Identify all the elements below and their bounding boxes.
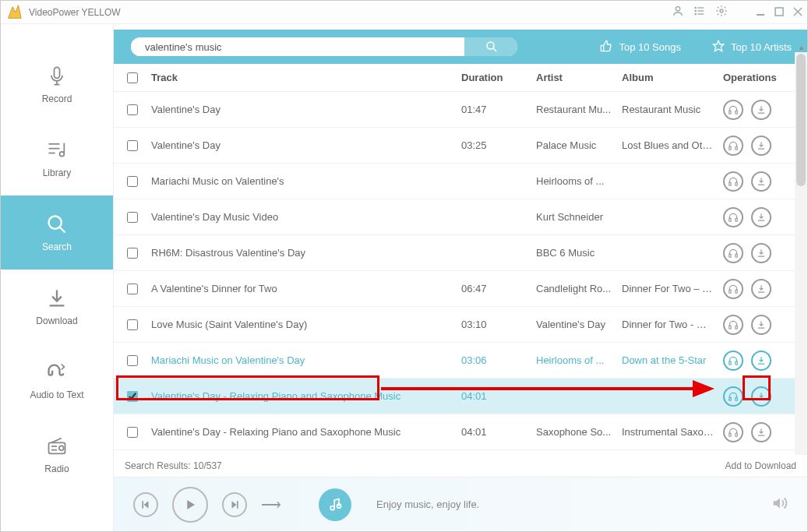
top-artists-label: Top 10 Artists xyxy=(731,41,792,53)
cell-track: Mariachi Music on Valentine's Day xyxy=(151,354,461,366)
cell-track: Valentine's Day xyxy=(151,104,461,115)
cell-artist: Heirlooms of ... xyxy=(536,175,622,187)
row-checkbox[interactable] xyxy=(127,319,138,330)
svg-marker-26 xyxy=(713,41,723,51)
cell-album: Dinner For Two – Be... xyxy=(622,283,723,294)
scroll-thumb[interactable] xyxy=(796,54,806,186)
table-row[interactable]: Valentine's Day - Relaxing Piano and Sax… xyxy=(114,379,807,414)
sidebar-item-radio[interactable]: Radio xyxy=(1,417,113,491)
download-button[interactable] xyxy=(751,207,771,227)
row-checkbox[interactable] xyxy=(127,391,138,402)
svg-rect-30 xyxy=(736,146,737,150)
sidebar-item-download[interactable]: Download xyxy=(1,270,113,344)
svg-point-7 xyxy=(720,9,723,12)
cell-album: Lost Blues and Othe... xyxy=(622,139,723,151)
download-button[interactable] xyxy=(751,136,771,156)
sidebar-item-label: Library xyxy=(43,167,72,178)
listen-button[interactable] xyxy=(723,207,743,227)
row-checkbox[interactable] xyxy=(127,176,138,187)
sidebar-item-record[interactable]: Record xyxy=(1,48,113,122)
sidebar-item-label: Record xyxy=(42,93,72,104)
thumbs-up-icon xyxy=(600,40,612,55)
row-checkbox[interactable] xyxy=(127,284,138,294)
table-row[interactable]: Mariachi Music on Valentine's Day03:06He… xyxy=(114,343,807,379)
download-button[interactable] xyxy=(751,243,771,263)
row-checkbox[interactable] xyxy=(127,427,138,438)
next-button[interactable] xyxy=(222,492,247,517)
svg-rect-46 xyxy=(736,433,737,436)
row-checkbox[interactable] xyxy=(127,212,138,223)
svg-rect-19 xyxy=(49,442,65,453)
download-button[interactable] xyxy=(751,279,771,299)
svg-rect-37 xyxy=(729,290,731,293)
svg-rect-28 xyxy=(736,111,737,114)
play-button[interactable] xyxy=(172,487,208,523)
maximize-button[interactable] xyxy=(774,5,784,19)
prev-button[interactable] xyxy=(133,492,158,517)
status-bar: Search Results: 10/537 Add to Download xyxy=(114,455,807,477)
scrollbar[interactable]: ▴ xyxy=(795,52,807,455)
sidebar-item-search[interactable]: Search xyxy=(1,196,113,270)
add-to-download-link[interactable]: Add to Download xyxy=(725,460,796,471)
volume-icon[interactable] xyxy=(771,495,788,515)
listen-button[interactable] xyxy=(723,243,743,263)
search-button[interactable] xyxy=(464,36,519,58)
close-button[interactable] xyxy=(793,5,803,19)
download-button[interactable] xyxy=(751,351,771,371)
table-row[interactable]: A Valentine's Dinner for Two06:47Candlel… xyxy=(114,271,807,307)
cell-track: Love Music (Saint Valentine's Day) xyxy=(151,319,461,330)
results-table: Track Duration Artist Album Operations V… xyxy=(114,64,807,531)
minimize-button[interactable] xyxy=(756,5,765,19)
list-icon[interactable] xyxy=(693,5,706,20)
download-button[interactable] xyxy=(751,100,771,120)
listen-button[interactable] xyxy=(723,171,743,192)
select-all-checkbox[interactable] xyxy=(127,72,138,83)
download-button[interactable] xyxy=(751,422,771,442)
table-row[interactable]: Love Music (Saint Valentine's Day)03:10V… xyxy=(114,307,807,343)
listen-button[interactable] xyxy=(723,422,743,442)
svg-point-4 xyxy=(695,7,696,8)
repeat-icon[interactable]: ⟶ xyxy=(261,496,281,513)
app-title: VideoPower YELLOW xyxy=(29,7,672,18)
scroll-up-icon[interactable]: ▴ xyxy=(795,41,807,52)
top-songs-link[interactable]: Top 10 Songs xyxy=(600,40,681,55)
row-checkbox[interactable] xyxy=(127,140,138,151)
listen-button[interactable] xyxy=(723,136,743,156)
search-input[interactable] xyxy=(131,37,464,56)
cell-duration: 04:01 xyxy=(461,390,536,402)
user-icon[interactable] xyxy=(672,5,684,20)
svg-point-17 xyxy=(49,216,62,228)
listen-button[interactable] xyxy=(723,315,743,335)
table-row[interactable]: Valentine's Day - Relaxing Piano and Sax… xyxy=(114,414,807,450)
gear-icon[interactable] xyxy=(715,5,728,20)
download-button[interactable] xyxy=(751,171,771,192)
table-row[interactable]: Mariachi Music on Valentine'sHeirlooms o… xyxy=(114,164,807,199)
table-row[interactable]: RH6M: Disastrous Valentine's DayBBC 6 Mu… xyxy=(114,235,807,271)
table-row[interactable]: Valentine's Day03:25Palace MusicLost Blu… xyxy=(114,128,807,164)
listen-button[interactable] xyxy=(723,279,743,299)
row-checkbox[interactable] xyxy=(127,104,138,115)
svg-rect-33 xyxy=(729,218,731,221)
cell-album: Dinner for Two - Ro... xyxy=(622,319,723,330)
sidebar-item-library[interactable]: Library xyxy=(1,122,113,196)
row-checkbox[interactable] xyxy=(127,355,138,366)
listen-button[interactable] xyxy=(723,386,743,407)
cell-track: Valentine's Day Music Video xyxy=(151,211,461,223)
row-checkbox[interactable] xyxy=(127,248,138,259)
top-artists-link[interactable]: Top 10 Artists xyxy=(712,40,792,55)
header-track: Track xyxy=(151,72,461,83)
cell-duration: 03:06 xyxy=(461,354,536,366)
sidebar-item-audio-to-text[interactable]: Audio to Text xyxy=(1,344,113,417)
table-row[interactable]: Valentine's Day Music VideoKurt Schneide… xyxy=(114,199,807,235)
top-songs-label: Top 10 Songs xyxy=(619,41,681,53)
topbar: Top 10 Songs Top 10 Artists xyxy=(114,30,807,64)
cell-duration: 03:25 xyxy=(461,139,536,151)
album-art-icon xyxy=(319,488,351,521)
download-button[interactable] xyxy=(751,386,771,407)
header-operations: Operations xyxy=(723,72,801,83)
listen-button[interactable] xyxy=(723,100,743,120)
table-row[interactable]: Valentine's Day01:47Restaurant Mu...Rest… xyxy=(114,92,807,128)
svg-rect-9 xyxy=(775,8,783,16)
listen-button[interactable] xyxy=(723,351,743,371)
download-button[interactable] xyxy=(751,315,771,335)
